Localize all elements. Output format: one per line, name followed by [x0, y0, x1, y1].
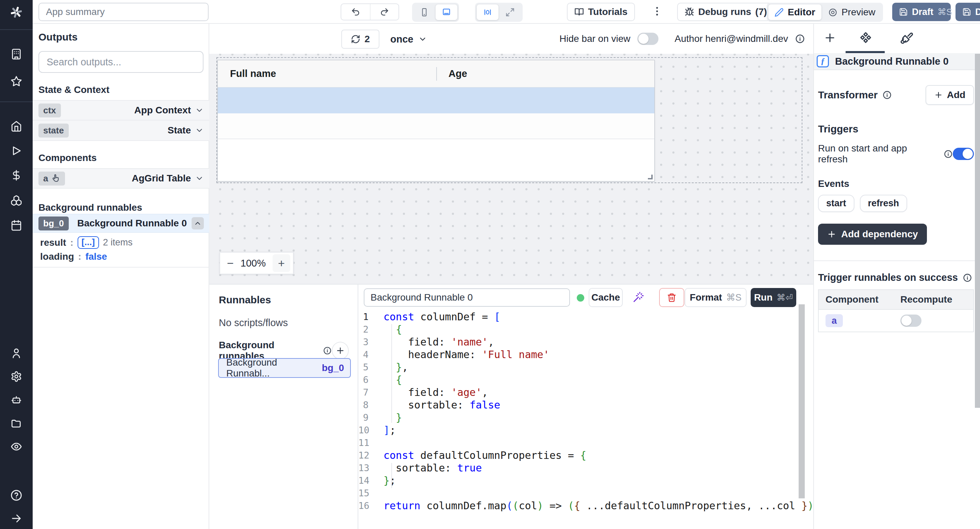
- collapse-arrow-icon[interactable]: [8, 510, 24, 527]
- editor-tab[interactable]: Editor: [768, 5, 821, 20]
- component-a-row[interactable]: a AgGrid Table: [33, 168, 209, 189]
- apps-icon[interactable]: [8, 46, 24, 62]
- refresh-count-button[interactable]: 2: [341, 30, 379, 49]
- draft-button[interactable]: Draft ⌘S: [892, 3, 951, 21]
- undo-button[interactable]: [341, 4, 370, 20]
- fullscreen-icon[interactable]: [499, 5, 521, 20]
- background-runnable-item[interactable]: Background Runnabl... bg_0: [218, 358, 351, 378]
- resources-boxes-icon[interactable]: [8, 192, 24, 209]
- runnable-item-label: Background Runnabl...: [226, 357, 322, 379]
- debug-runs-button[interactable]: Debug runs (7): [677, 3, 775, 21]
- code-line[interactable]: 14};: [358, 474, 813, 487]
- desktop-view-button[interactable]: [436, 5, 457, 20]
- insert-component-tab-plus-icon[interactable]: [824, 31, 837, 44]
- audit-eye-icon[interactable]: [8, 438, 24, 455]
- format-button[interactable]: Format⌘S: [685, 288, 746, 307]
- chevron-down-icon[interactable]: [195, 126, 204, 135]
- panel-scrollbar[interactable]: [975, 54, 980, 408]
- code-line[interactable]: 8 sortable: false: [358, 398, 813, 411]
- code-line[interactable]: 6 {: [358, 373, 813, 386]
- cache-button[interactable]: Cache: [589, 288, 623, 307]
- info-icon[interactable]: [943, 150, 953, 159]
- table-row[interactable]: [218, 113, 654, 139]
- windmill-logo[interactable]: [8, 4, 24, 21]
- search-outputs-input[interactable]: [38, 51, 204, 73]
- debug-runs-count: (7): [756, 6, 767, 18]
- favorites-star-icon[interactable]: [8, 73, 24, 89]
- info-icon[interactable]: [882, 90, 892, 100]
- code-line[interactable]: 11: [358, 437, 813, 449]
- table-row-selected[interactable]: [218, 88, 654, 113]
- code-line[interactable]: 15: [358, 487, 813, 499]
- event-chip-start[interactable]: start: [818, 195, 854, 212]
- info-icon[interactable]: [795, 34, 805, 44]
- code-line[interactable]: 7 field: 'age',: [358, 386, 813, 398]
- hide-bar-label: Hide bar on view: [559, 33, 630, 44]
- home-icon[interactable]: [8, 118, 24, 134]
- ai-wand-icon[interactable]: [633, 292, 644, 303]
- ctx-row[interactable]: ctx App Context: [33, 100, 209, 121]
- chevron-down-icon[interactable]: [195, 106, 204, 115]
- state-row[interactable]: state State: [33, 121, 209, 141]
- bg0-row[interactable]: bg_0 Background Runnable 0: [33, 214, 209, 233]
- zoom-out-button[interactable]: −: [227, 257, 234, 270]
- info-icon[interactable]: [963, 273, 972, 282]
- column-header-age[interactable]: Age: [449, 68, 467, 79]
- preview-tab[interactable]: Preview: [822, 5, 882, 20]
- add-transformer-button[interactable]: Add: [926, 85, 974, 105]
- add-dependency-button[interactable]: Add dependency: [818, 224, 927, 245]
- zoom-in-button[interactable]: +: [272, 254, 290, 272]
- code-area[interactable]: 1const columnDef = [2 {3 field: 'name',4…: [358, 311, 813, 529]
- app-summary-input[interactable]: [38, 3, 208, 21]
- deploy-button[interactable]: Deploy: [956, 3, 980, 21]
- align-center-button[interactable]: [477, 5, 498, 20]
- styling-paintbrush-tab-icon[interactable]: [900, 31, 913, 45]
- help-icon[interactable]: [8, 487, 24, 504]
- recompute-column-header: Recompute: [900, 294, 952, 305]
- runs-play-icon[interactable]: [8, 143, 24, 159]
- code-line[interactable]: 3 field: 'name',: [358, 336, 813, 348]
- workers-bot-icon[interactable]: [8, 392, 24, 408]
- code-line[interactable]: 12const defaultColumnProperties = {: [358, 449, 813, 462]
- code-line[interactable]: 16return columnDef.map((col) => ({ ...de…: [358, 499, 813, 512]
- info-icon[interactable]: [323, 346, 332, 355]
- component-a-chip[interactable]: a: [826, 314, 843, 327]
- components-settings-tab-icon[interactable]: [859, 31, 872, 45]
- code-line[interactable]: 1const columnDef = [: [358, 311, 813, 323]
- draft-label: Draft: [912, 7, 933, 18]
- result-expand-button[interactable]: [...]: [78, 236, 99, 249]
- event-chip-refresh[interactable]: refresh: [860, 195, 907, 212]
- tutorials-button[interactable]: Tutorials: [567, 3, 635, 21]
- hide-bar-toggle[interactable]: [637, 33, 659, 45]
- add-background-runnable-button[interactable]: [332, 342, 349, 360]
- run-button[interactable]: Run⌘⏎: [751, 288, 796, 307]
- frequency-dropdown[interactable]: once: [390, 30, 427, 49]
- runnable-name-input[interactable]: [364, 288, 570, 307]
- folders-icon[interactable]: [8, 415, 24, 431]
- more-menu-button[interactable]: [651, 5, 663, 18]
- code-line[interactable]: 2 {: [358, 323, 813, 336]
- aggrid-table-component[interactable]: Full name Age: [218, 60, 655, 182]
- mobile-view-button[interactable]: [414, 5, 435, 20]
- variables-dollar-icon[interactable]: [8, 167, 24, 183]
- code-line[interactable]: 13 sortable: true: [358, 462, 813, 474]
- app-canvas[interactable]: Full name Age − 100% +: [209, 54, 813, 284]
- redo-button[interactable]: [370, 4, 398, 20]
- column-header-full-name[interactable]: Full name: [230, 68, 276, 79]
- code-line[interactable]: 10];: [358, 424, 813, 437]
- run-on-start-toggle[interactable]: [953, 148, 974, 160]
- code-line[interactable]: 5 },: [358, 361, 813, 373]
- resize-handle[interactable]: [648, 175, 653, 179]
- editor-scrollbar[interactable]: [799, 304, 805, 498]
- code-line[interactable]: 9 }: [358, 411, 813, 424]
- code-line[interactable]: 4 headerName: 'Full name': [358, 348, 813, 361]
- collapse-chevron-up-button[interactable]: [192, 217, 204, 229]
- settings-gear-icon[interactable]: [8, 368, 24, 385]
- user-icon[interactable]: [8, 345, 24, 362]
- pointer-hand-icon: [51, 174, 60, 183]
- ctx-badge: ctx: [38, 104, 61, 118]
- recompute-toggle[interactable]: [900, 314, 921, 327]
- schedules-calendar-icon[interactable]: [8, 217, 24, 234]
- chevron-down-icon[interactable]: [195, 174, 204, 183]
- delete-runnable-button[interactable]: [659, 288, 684, 307]
